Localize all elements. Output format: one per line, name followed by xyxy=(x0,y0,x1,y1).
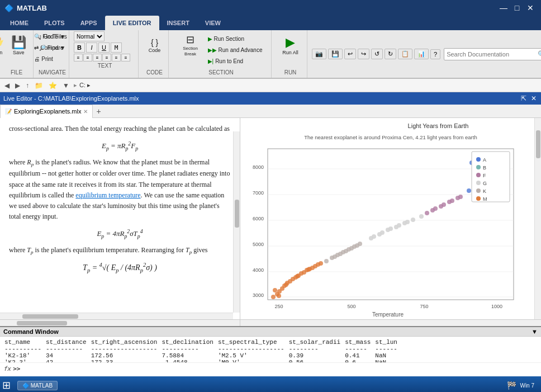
svg-text:F: F xyxy=(483,173,486,178)
command-content[interactable]: st_name st_distance st_right_ascension s… xyxy=(0,337,541,362)
hscroll-thumb[interactable] xyxy=(17,321,67,325)
editor-content[interactable]: cross-sectional area. Then the total ene… xyxy=(0,118,240,319)
bold-button[interactable]: B xyxy=(74,42,85,53)
command-prompt-symbol: >> xyxy=(13,365,20,372)
run-all-button[interactable]: ▶ Run All xyxy=(277,31,305,60)
toolbar-icon-2[interactable]: 💾 xyxy=(328,49,343,59)
outdent-button[interactable]: ≡ xyxy=(121,54,130,62)
maximize-button[interactable]: □ xyxy=(511,2,523,14)
editor-titlebar: Live Editor - C:\MATLAB\ExploringExoplan… xyxy=(0,92,541,105)
goto-button[interactable]: ↕ Go To ▼ xyxy=(36,31,68,41)
window-controls[interactable]: — □ ✕ xyxy=(497,2,537,14)
svg-text:8000: 8000 xyxy=(253,164,264,170)
col-st-mass: st_mass xyxy=(345,339,375,346)
align-center-button[interactable]: ≡ xyxy=(83,54,92,62)
new-tab-button[interactable]: + xyxy=(93,107,104,116)
text-style-dropdown[interactable]: Normal xyxy=(74,31,105,41)
svg-text:K: K xyxy=(483,188,486,194)
close-button[interactable]: ✕ xyxy=(524,2,537,14)
svg-point-64 xyxy=(405,220,410,224)
align-left-button[interactable]: ≡ xyxy=(74,54,83,62)
scrollbar-thumb[interactable] xyxy=(235,200,239,228)
svg-point-61 xyxy=(380,230,385,235)
toolbar-icon-6[interactable]: 📊 xyxy=(414,49,429,59)
run-and-advance-button[interactable]: ▶▶ Run and Advance xyxy=(205,45,265,55)
tab-view[interactable]: VIEW xyxy=(197,16,229,30)
tab-insert[interactable]: INSERT xyxy=(159,16,197,30)
ribbon-group-file: 📄 New 📂 Open 💾 Save 🔍 Find Fil xyxy=(0,30,34,78)
history-button[interactable]: ▼ xyxy=(60,81,72,91)
svg-point-65 xyxy=(411,218,415,222)
toolbar-icon-5[interactable]: 📋 xyxy=(398,49,412,59)
tab-home[interactable]: HOME xyxy=(2,16,36,30)
tab-close-button[interactable]: ✕ xyxy=(83,108,88,115)
svg-text:Temperature: Temperature xyxy=(372,311,404,318)
command-expand-icon[interactable]: ▼ xyxy=(531,328,538,335)
equation-1: Ep = πRp2Fp xyxy=(9,139,231,153)
find-button[interactable]: 🔎 Find ▼ xyxy=(36,42,68,53)
up-button[interactable]: ↑ xyxy=(23,81,31,91)
code-button[interactable]: { } Code xyxy=(143,31,167,60)
svg-text:3000: 3000 xyxy=(253,292,264,298)
equation-3: Tp = 4√( Ep / (4πRp2σ) ) xyxy=(9,261,231,276)
help-button[interactable]: ? xyxy=(430,49,440,59)
file-group-label: FILE xyxy=(2,68,31,77)
editor-close-button[interactable]: ✕ xyxy=(530,95,538,102)
tab-live-editor[interactable]: LIVE EDITOR xyxy=(105,16,159,30)
editor-bottom-scroll[interactable] xyxy=(0,320,240,326)
svg-text:Light Years from Earth: Light Years from Earth xyxy=(408,122,469,129)
hscrollbar-thumb[interactable] xyxy=(22,314,78,319)
chart-vertical-scrollbar[interactable] xyxy=(534,118,541,319)
indent-button[interactable]: ≡ xyxy=(112,54,121,62)
svg-point-52 xyxy=(349,246,354,251)
svg-text:4000: 4000 xyxy=(253,267,264,273)
justify-button[interactable]: ≡ xyxy=(102,54,111,62)
monospace-button[interactable]: M xyxy=(111,42,122,53)
col-st-spectral: st_spectral_type xyxy=(218,339,289,346)
vertical-scrollbar[interactable] xyxy=(233,131,240,313)
svg-point-50 xyxy=(338,252,343,256)
toolbar-icon-undo[interactable]: ↩ xyxy=(344,49,356,59)
horizontal-scrollbar[interactable] xyxy=(0,313,233,319)
section-group-label: SECTION xyxy=(173,68,269,77)
run-to-end-button[interactable]: ▶| Run to End xyxy=(205,56,265,66)
tab-label: ExploringExoplanets.mlx xyxy=(14,108,81,115)
chart-scrollbar-thumb[interactable] xyxy=(536,130,540,158)
col-st-distance: st_distance xyxy=(46,339,91,346)
minimize-button[interactable]: — xyxy=(497,2,510,14)
section-break-button[interactable]: ⊟ SectionBreak xyxy=(177,31,204,60)
svg-point-49 xyxy=(333,254,337,259)
svg-text:7000: 7000 xyxy=(253,190,264,196)
svg-point-60 xyxy=(372,234,376,239)
equilibrium-link[interactable]: equilibrium temperature xyxy=(75,191,140,199)
toolbar-icon-4[interactable]: ↻ xyxy=(385,49,396,59)
favorites-button[interactable]: ⭐ xyxy=(46,81,59,91)
toolbar-icon-redo[interactable]: ↪ xyxy=(358,49,369,59)
run-section-button[interactable]: ▶ Run Section xyxy=(205,34,265,44)
taskbar-matlab[interactable]: 🔷 MATLAB xyxy=(17,381,58,390)
svg-point-20 xyxy=(273,288,277,292)
toolbar-icon-3[interactable]: ↺ xyxy=(371,49,383,59)
tab-apps[interactable]: APPS xyxy=(73,16,105,30)
chart-bottom-scroll[interactable] xyxy=(240,320,541,326)
col-st-ra: st_right_ascension xyxy=(91,339,162,346)
app-icon: 🔷 xyxy=(4,4,13,12)
start-button[interactable]: ⊞ xyxy=(2,379,11,391)
command-input[interactable] xyxy=(23,366,538,372)
run-all-icon: ▶ xyxy=(286,36,295,49)
open-button[interactable]: 📂 Open xyxy=(0,31,7,60)
editor-tab[interactable]: 📝 ExploringExoplanets.mlx ✕ xyxy=(0,105,93,118)
svg-text:B: B xyxy=(483,165,486,171)
search-input[interactable] xyxy=(447,51,536,58)
toolbar-icon-1[interactable]: 📷 xyxy=(312,49,326,59)
save-button[interactable]: 💾 Save xyxy=(8,31,29,60)
align-right-button[interactable]: ≡ xyxy=(93,54,102,62)
tab-plots[interactable]: PLOTS xyxy=(36,16,73,30)
table-header-row: st_name st_distance st_right_ascension s… xyxy=(4,339,402,346)
back-button[interactable]: ◀ xyxy=(2,81,12,91)
browse-button[interactable]: 📁 xyxy=(32,81,45,91)
underline-button[interactable]: U xyxy=(98,42,110,53)
italic-button[interactable]: I xyxy=(86,42,97,53)
forward-button[interactable]: ▶ xyxy=(13,81,22,91)
editor-undock-button[interactable]: ⇱ xyxy=(520,95,528,102)
